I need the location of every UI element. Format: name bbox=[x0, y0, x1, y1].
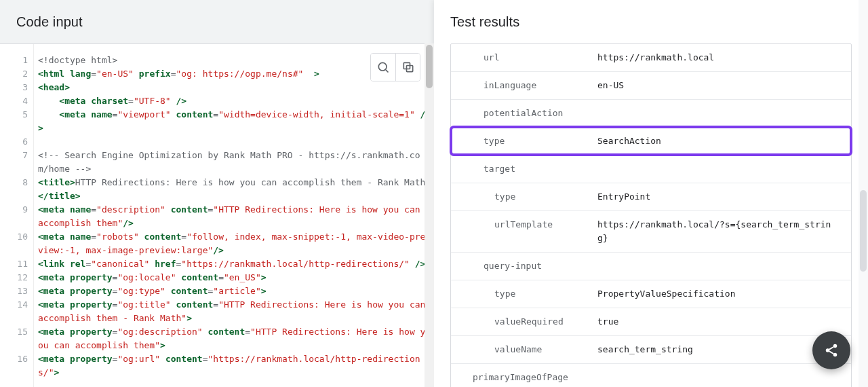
result-value: EntryPoint bbox=[597, 190, 840, 204]
code-line: <!-- Search Engine Optimization by Rank … bbox=[38, 149, 429, 176]
results-scrollbar-thumb[interactable] bbox=[860, 190, 867, 272]
svg-line-1 bbox=[386, 70, 389, 73]
code-toolbar bbox=[370, 53, 420, 81]
results-scrollbar[interactable] bbox=[859, 0, 868, 387]
result-row: typeEntryPoint bbox=[451, 183, 851, 210]
code-scrollbar[interactable] bbox=[425, 43, 434, 387]
search-icon bbox=[376, 60, 390, 74]
result-row: potentialAction bbox=[451, 99, 851, 127]
share-button[interactable] bbox=[812, 331, 850, 369]
result-key: valueRequired bbox=[462, 315, 597, 329]
result-row: inLanguageen-US bbox=[451, 71, 851, 99]
code-line: <meta charset="UTF-8" /> bbox=[38, 94, 429, 108]
code-scrollbar-thumb[interactable] bbox=[426, 45, 433, 88]
code-input-panel: Code input 12345678910111213141516 <!doc… bbox=[0, 0, 434, 387]
line-number-gutter: 12345678910111213141516 bbox=[0, 44, 34, 387]
result-key: type bbox=[462, 134, 597, 148]
result-key: urlTemplate bbox=[462, 218, 597, 232]
code-line: <link rel="canonical" href="https://rank… bbox=[38, 257, 429, 271]
result-value: true bbox=[597, 315, 840, 329]
result-value: SearchAction bbox=[597, 134, 840, 148]
share-icon bbox=[824, 343, 839, 358]
result-row: typeSearchAction bbox=[451, 127, 851, 155]
result-value: en-US bbox=[597, 79, 840, 92]
result-key: valueName bbox=[462, 343, 597, 356]
code-line: <meta property="og:title" content="HTTP … bbox=[38, 298, 429, 325]
code-editor[interactable]: 12345678910111213141516 <!doctype html><… bbox=[0, 43, 434, 387]
copy-button[interactable] bbox=[395, 54, 420, 81]
result-row: valueRequiredtrue bbox=[451, 308, 851, 335]
svg-point-6 bbox=[833, 353, 837, 357]
search-button[interactable] bbox=[371, 54, 395, 81]
code-line: <meta name="description" content="HTTP R… bbox=[38, 203, 429, 230]
result-row: target bbox=[451, 155, 851, 183]
svg-point-5 bbox=[826, 348, 830, 352]
copy-icon bbox=[401, 60, 415, 74]
result-key: type bbox=[462, 287, 597, 301]
test-results-title: Test results bbox=[434, 0, 868, 43]
result-key: type bbox=[462, 190, 597, 204]
result-row: query-input bbox=[451, 252, 851, 280]
result-key: potentialAction bbox=[462, 107, 597, 120]
code-line: <title>HTTP Redirections: Here is how yo… bbox=[38, 176, 429, 203]
test-results-panel: Test results urlhttps://rankmath.localin… bbox=[434, 0, 868, 387]
result-key: primaryImageOfPage bbox=[462, 371, 597, 384]
results-body[interactable]: urlhttps://rankmath.localinLanguageen-US… bbox=[434, 43, 868, 387]
results-card: urlhttps://rankmath.localinLanguageen-US… bbox=[450, 43, 852, 387]
result-key: url bbox=[462, 51, 597, 64]
result-key: inLanguage bbox=[462, 79, 597, 92]
result-row: valueNamesearch_term_string bbox=[451, 335, 851, 363]
code-content[interactable]: <!doctype html><html lang="en-US" prefix… bbox=[34, 44, 434, 387]
svg-point-0 bbox=[378, 62, 387, 71]
result-key: query-input bbox=[462, 259, 597, 273]
result-key: target bbox=[462, 162, 597, 176]
result-value: https://rankmath.local/?s={search_term_s… bbox=[597, 218, 840, 245]
code-line: <meta property="og:locale" content="en_U… bbox=[38, 271, 429, 284]
result-row: primaryImageOfPage bbox=[451, 363, 851, 387]
code-input-title: Code input bbox=[0, 0, 434, 43]
result-row: urlhttps://rankmath.local bbox=[451, 44, 851, 71]
result-value: PropertyValueSpecification bbox=[597, 287, 840, 301]
code-line bbox=[38, 135, 429, 149]
code-line: <meta name="viewport" content="width=dev… bbox=[38, 108, 429, 135]
svg-point-4 bbox=[833, 344, 837, 348]
code-line: <meta property="og:type" content="articl… bbox=[38, 284, 429, 298]
code-line: <meta name="robots" content="follow, ind… bbox=[38, 230, 429, 257]
code-line: <meta property="og:url" content="https:/… bbox=[38, 352, 429, 380]
code-line: <meta property="og:description" content=… bbox=[38, 325, 429, 352]
result-row: typePropertyValueSpecification bbox=[451, 280, 851, 308]
code-line: <head> bbox=[38, 81, 429, 94]
result-row: urlTemplatehttps://rankmath.local/?s={se… bbox=[451, 210, 851, 252]
result-value: search_term_string bbox=[597, 343, 840, 356]
result-value: https://rankmath.local bbox=[597, 51, 840, 64]
